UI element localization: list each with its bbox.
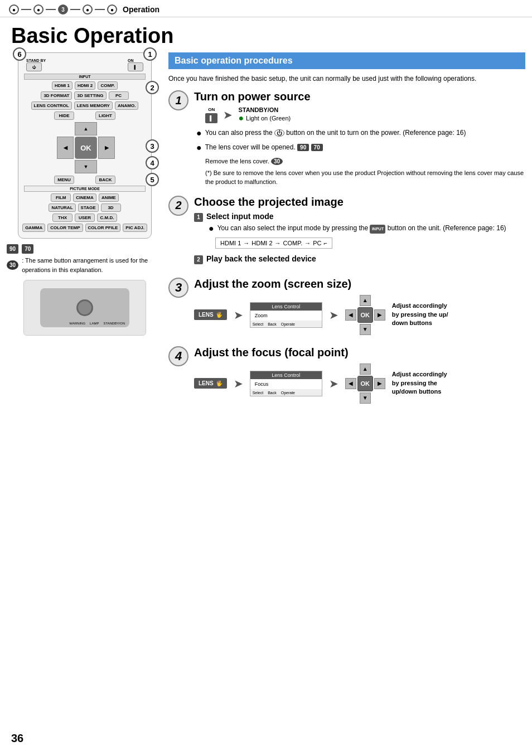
focus-operate-label: Operate	[281, 391, 295, 395]
badge-30: 30	[7, 260, 18, 270]
rc-3dsetting-btn[interactable]: 3D SETTING	[74, 91, 106, 100]
ok-dpad-right-focus[interactable]: ▶	[374, 378, 385, 389]
rc-dpad-right[interactable]: ▶	[98, 137, 115, 159]
bullet-dot-1: ●	[196, 127, 202, 140]
ok-center-zoom[interactable]: OK	[357, 307, 373, 323]
right-column: Basic operation procedures Once you have…	[168, 52, 525, 415]
lens-btn-focus[interactable]: LENS 🖐	[194, 378, 227, 389]
flow-hdmi2: HDMI 2	[252, 240, 272, 246]
rc-colorpfile-btn[interactable]: COLOR PFILE	[85, 224, 121, 232]
rc-back-btn[interactable]: BACK	[95, 176, 115, 184]
rc-natural-btn[interactable]: NATURAL	[49, 203, 75, 212]
rc-3d-row: 3D FORMAT 3D SETTING PC	[22, 91, 148, 100]
rc-anime-btn[interactable]: ANIME	[99, 193, 119, 202]
rc-cmd-btn[interactable]: C.M.D.	[97, 214, 117, 222]
rc-ok-btn[interactable]: OK	[75, 137, 97, 159]
step-2-content: Choose the projected image 1 Select inpu…	[194, 196, 525, 269]
on-button-demo: ▌	[205, 113, 217, 123]
standby-demo: STANDBY/ON ● Light on (Green)	[238, 106, 291, 123]
step-2-block: 2 Choose the projected image 1 Select in…	[168, 196, 525, 269]
ok-center-focus[interactable]: OK	[357, 376, 373, 391]
ok-dpad-zoom: ▲ ◀ OK ▶ ▼	[345, 295, 385, 335]
lens-zoom-item: Zoom	[250, 311, 322, 321]
rc-dpad: ▲ ◀ OK ▶ ▼	[57, 122, 113, 173]
rc-3dformat-btn[interactable]: 3D FORMAT	[41, 91, 72, 100]
lens-focus-item: Focus	[250, 379, 322, 390]
rc-dpad-left[interactable]: ◀	[57, 137, 74, 159]
rc-menu-btn[interactable]: MENU	[54, 176, 74, 184]
badge-6: 6	[13, 47, 26, 61]
lens-demo-zoom: LENS 🖐 ➤ Lens Control Zoom Select Back	[194, 295, 525, 335]
rc-picadj-btn[interactable]: PIC ADJ.	[123, 224, 147, 232]
rc-light-btn[interactable]: LIGHT	[95, 112, 115, 120]
main-layout: 6 1 2 3 4 5 STAND BY	[0, 52, 532, 415]
rc-hdmi-row: HDMI 1 HDMI 2 COMP.	[22, 81, 148, 90]
rc-lens-memory-btn[interactable]: LENS MEMORY	[74, 101, 113, 110]
ok-dpad-down-zoom[interactable]: ▼	[360, 324, 371, 335]
section-intro: Once you have finished the basic setup, …	[168, 74, 525, 84]
ok-dpad-left-zoom[interactable]: ◀	[345, 309, 356, 321]
rc-dpad-down[interactable]: ▼	[75, 160, 97, 173]
rc-hdmi1-btn[interactable]: HDMI 1	[52, 81, 72, 90]
rc-thx-btn[interactable]: THX	[52, 214, 72, 222]
bullet-1-text: You can also press the ⏻ button on the u…	[205, 128, 466, 138]
lens-control-box-focus: Lens Control Focus Select Back Operate	[250, 371, 322, 396]
rc-colortemp-btn[interactable]: COLOR TEMP	[47, 224, 83, 232]
remove-note: Remove the lens cover. 30	[205, 157, 525, 166]
rc-user-btn[interactable]: USER	[75, 214, 95, 222]
ok-dpad-focus: ▲ ◀ OK ▶ ▼	[345, 364, 385, 404]
rc-gamma-btn[interactable]: GAMMA	[22, 224, 45, 232]
rc-on-btn[interactable]: ▌	[128, 62, 143, 71]
bullet-2-text: The lens cover will be opened. 90 70	[205, 142, 323, 152]
ok-dpad-up-focus[interactable]: ▲	[360, 364, 371, 375]
sub-step-1-num: 1	[194, 213, 203, 222]
rc-dpad-up[interactable]: ▲	[75, 122, 97, 135]
ok-dpad-up-zoom[interactable]: ▲	[360, 295, 371, 306]
caution-note: (*) Be sure to remove the lens cover whe…	[205, 168, 525, 187]
rc-pc-btn[interactable]: PC	[109, 91, 129, 100]
step-1-block: 1 Turn on power source ON ▌ ➤ STANDBY/ON	[168, 90, 525, 187]
rc-film-cinema-anime-row: FILM CINEMA ANIME	[22, 193, 148, 202]
badge-4: 4	[146, 156, 159, 169]
badge-70: 70	[22, 244, 33, 254]
adjust-note-focus: Adjust accordinglyby pressing theup/down…	[392, 370, 447, 396]
badge-1: 1	[143, 47, 157, 61]
rc-hdmi2-btn[interactable]: HDMI 2	[75, 81, 95, 90]
rc-3d-btn[interactable]: 3D	[101, 203, 121, 212]
ok-dpad-right-zoom[interactable]: ▶	[374, 309, 385, 321]
rc-cinema-btn[interactable]: CINEMA	[73, 193, 96, 202]
ok-dpad-left-focus[interactable]: ◀	[345, 378, 356, 389]
badge-90: 90	[7, 244, 18, 254]
step-3-block: 3 Adjust the zoom (screen size) LENS 🖐 ➤…	[168, 278, 525, 337]
zoom-back-label: Back	[268, 322, 277, 326]
rc-anamo-btn[interactable]: ANAMO.	[115, 101, 138, 110]
rc-lens-control-btn[interactable]: LENS CONTROL	[31, 101, 72, 110]
focus-back-label: Back	[268, 391, 277, 395]
rc-film-btn[interactable]: FILM	[51, 193, 71, 202]
step-1-circle: ●	[9, 4, 19, 14]
badge-2: 2	[146, 81, 159, 94]
lens-control-title-focus: Lens Control	[250, 371, 322, 379]
sub-step-2: 2 Play back the selected device	[194, 254, 525, 265]
footer-note-text: : The same button arrangement is used fo…	[22, 256, 163, 274]
bullet-dot-2: ●	[196, 141, 202, 154]
badge-3: 3	[146, 139, 159, 153]
flow-arrow-1: →	[243, 240, 249, 246]
arrow-right-zoom: ➤	[234, 308, 243, 322]
power-demo: ON ▌ ➤ STANDBY/ON ● Light on (Green)	[205, 106, 525, 123]
sub-step-2-title: Play back the selected device	[206, 254, 525, 263]
step-5-circle: ●	[107, 4, 117, 14]
rc-hide-btn[interactable]: HIDE	[54, 112, 74, 120]
page-title: Basic Operation	[0, 17, 532, 52]
lens-icon-focus: 🖐	[216, 380, 223, 386]
flow-arrow-4: ⌐	[323, 240, 327, 246]
arrow-right-focus2: ➤	[329, 377, 338, 390]
rc-on-label: ON	[128, 59, 143, 62]
rc-comp-btn[interactable]: COMP.	[98, 81, 118, 90]
lens-control-box-zoom: Lens Control Zoom Select Back Operate	[250, 302, 322, 328]
step-4-num: 4	[168, 346, 188, 366]
lens-btn-zoom[interactable]: LENS 🖐	[194, 309, 227, 320]
rc-stage-btn[interactable]: STAGE	[78, 203, 99, 212]
ok-dpad-down-focus[interactable]: ▼	[360, 392, 371, 404]
rc-standby-btn[interactable]: ⏻	[26, 62, 42, 71]
